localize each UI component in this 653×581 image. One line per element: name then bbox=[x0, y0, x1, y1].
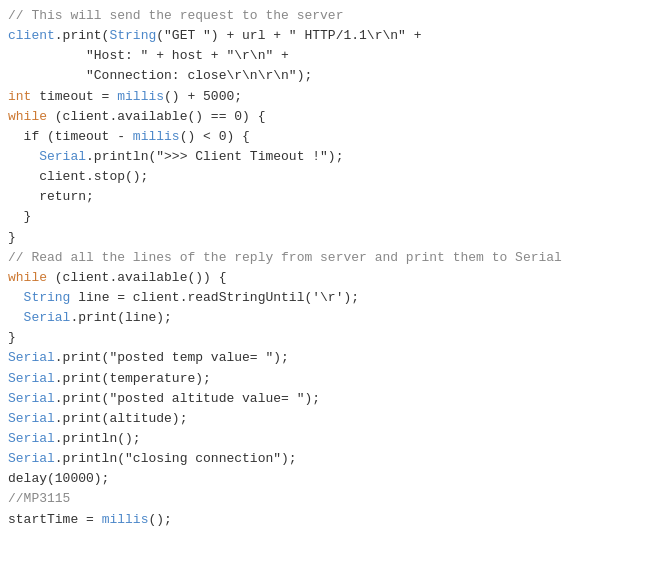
code-line: delay(10000); bbox=[8, 469, 645, 489]
code-line: client.stop(); bbox=[8, 167, 645, 187]
code-token: } bbox=[8, 230, 16, 245]
code-line: String line = client.readStringUntil('\r… bbox=[8, 288, 645, 308]
code-token: Serial bbox=[39, 149, 86, 164]
code-token: Serial bbox=[24, 310, 71, 325]
code-token: .println(); bbox=[55, 431, 141, 446]
code-line: client.print(String("GET ") + url + " HT… bbox=[8, 26, 645, 46]
code-token: Serial bbox=[8, 431, 55, 446]
code-line: // This will send the request to the ser… bbox=[8, 6, 645, 26]
code-line: } bbox=[8, 228, 645, 248]
code-token: .println(">>> Client Timeout !"); bbox=[86, 149, 343, 164]
code-token: "Host: " + host + "\r\n" + bbox=[8, 48, 289, 63]
code-line: Serial.print(altitude); bbox=[8, 409, 645, 429]
code-token bbox=[8, 310, 24, 325]
code-token: String bbox=[109, 28, 156, 43]
code-token: int bbox=[8, 89, 31, 104]
code-token: millis bbox=[133, 129, 180, 144]
code-token: // This will send the request to the ser… bbox=[8, 8, 343, 23]
code-line: // Read all the lines of the reply from … bbox=[8, 248, 645, 268]
code-token: .print(temperature); bbox=[55, 371, 211, 386]
code-token: timeout = bbox=[31, 89, 117, 104]
code-token: // Read all the lines of the reply from … bbox=[8, 250, 562, 265]
code-token: millis bbox=[102, 512, 149, 527]
code-line: return; bbox=[8, 187, 645, 207]
code-line: Serial.print("posted temp value= "); bbox=[8, 348, 645, 368]
code-line: "Connection: close\r\n\r\n"); bbox=[8, 66, 645, 86]
code-line: } bbox=[8, 207, 645, 227]
code-token bbox=[8, 290, 24, 305]
code-token: while bbox=[8, 109, 47, 124]
code-line: if (timeout - millis() < 0) { bbox=[8, 127, 645, 147]
code-token: line = client.readStringUntil('\r'); bbox=[70, 290, 359, 305]
code-line: startTime = millis(); bbox=[8, 510, 645, 530]
code-line: Serial.print(line); bbox=[8, 308, 645, 328]
code-line: while (client.available() == 0) { bbox=[8, 107, 645, 127]
code-token: Serial bbox=[8, 411, 55, 426]
code-token: .print("posted altitude value= "); bbox=[55, 391, 320, 406]
code-token: Serial bbox=[8, 350, 55, 365]
code-token: } bbox=[8, 209, 31, 224]
code-token: Serial bbox=[8, 391, 55, 406]
code-token: if (timeout - bbox=[8, 129, 133, 144]
code-token: } bbox=[8, 330, 16, 345]
code-line: Serial.println(); bbox=[8, 429, 645, 449]
code-token: "Connection: close\r\n\r\n"); bbox=[8, 68, 312, 83]
code-token: client.stop(); bbox=[8, 169, 148, 184]
code-token: (); bbox=[148, 512, 171, 527]
code-line: } bbox=[8, 328, 645, 348]
code-line: "Host: " + host + "\r\n" + bbox=[8, 46, 645, 66]
code-token: (client.available()) { bbox=[47, 270, 226, 285]
code-token: .print(altitude); bbox=[55, 411, 188, 426]
code-line: int timeout = millis() + 5000; bbox=[8, 87, 645, 107]
code-token: .print( bbox=[55, 28, 110, 43]
code-token: delay(10000); bbox=[8, 471, 109, 486]
code-line: //MP3115 bbox=[8, 489, 645, 509]
code-line: Serial.print(temperature); bbox=[8, 369, 645, 389]
code-token: while bbox=[8, 270, 47, 285]
code-token: () + 5000; bbox=[164, 89, 242, 104]
code-token bbox=[8, 149, 39, 164]
code-token: .print(line); bbox=[70, 310, 171, 325]
code-token: .print("posted temp value= "); bbox=[55, 350, 289, 365]
code-token: //MP3115 bbox=[8, 491, 70, 506]
code-line: Serial.println(">>> Client Timeout !"); bbox=[8, 147, 645, 167]
code-line: while (client.available()) { bbox=[8, 268, 645, 288]
code-token: return; bbox=[8, 189, 94, 204]
code-token: () < 0) { bbox=[180, 129, 250, 144]
code-token: client bbox=[8, 28, 55, 43]
code-token: Serial bbox=[8, 371, 55, 386]
code-token: millis bbox=[117, 89, 164, 104]
code-token: startTime = bbox=[8, 512, 102, 527]
code-token: Serial bbox=[8, 451, 55, 466]
code-token: (client.available() == 0) { bbox=[47, 109, 265, 124]
code-container: // This will send the request to the ser… bbox=[8, 6, 645, 530]
code-token: ("GET ") + url + " HTTP/1.1\r\n" + bbox=[156, 28, 421, 43]
code-token: .println("closing connection"); bbox=[55, 451, 297, 466]
code-line: Serial.print("posted altitude value= "); bbox=[8, 389, 645, 409]
code-line: Serial.println("closing connection"); bbox=[8, 449, 645, 469]
code-token: String bbox=[24, 290, 71, 305]
